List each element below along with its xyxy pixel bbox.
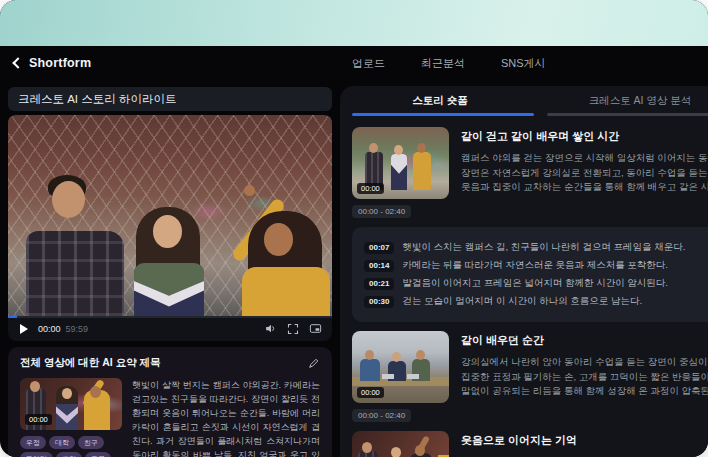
tag-chip: 고민 <box>56 452 82 457</box>
short-title: 같이 걷고 같이 배우며 쌓인 시간 <box>461 129 708 144</box>
nav-recent-analysis[interactable]: 최근분석 <box>421 56 465 71</box>
short-item[interactable]: 00:00 웃음으로 이어지는 기억 장소를 옮겨 자연스럽게 모인 장면에서 … <box>352 431 708 457</box>
video-player: 00:00 59:59 <box>8 115 332 341</box>
player-duration: 59:59 <box>66 324 89 334</box>
tag-list: 우정 대학 친구 동아리 고민 토론 학교 코딩 <box>20 436 122 457</box>
tag-chip: 토론 <box>85 452 111 457</box>
summary-thumbnail[interactable]: 00:00 <box>20 378 122 430</box>
shorts-tabs: 스토리 숏폼 크레스토 AI 영상 분석 <box>340 86 708 116</box>
short-thumbnail-classroom[interactable]: 00:00 <box>352 331 449 403</box>
tag-chip: 동아리 <box>20 452 53 457</box>
short-item[interactable]: 00:00 00:00 - 02:40 같이 배우던 순간 강의실에서 나란히 … <box>352 331 708 422</box>
back-chevron-icon <box>12 57 23 68</box>
shorts-panel: 스토리 숏폼 크레스토 AI 영상 분석 <box>340 86 708 457</box>
header-nav: 업로드 최근분석 SNS게시 <box>352 46 546 80</box>
short-desc-line: 강의실에서 나란히 앉아 동아리 수업을 듣는 장면이 중심이 된다. <box>461 355 708 370</box>
tag-chip: 우정 <box>20 436 46 449</box>
pip-icon[interactable] <box>309 322 322 335</box>
nav-sns-post[interactable]: SNS게시 <box>501 56 546 71</box>
summary-heading: 전체 영상에 대한 AI 요약 제목 <box>20 356 161 370</box>
timeline-timestamp[interactable]: 00:07 <box>364 242 394 254</box>
timeline-timestamp[interactable]: 00:30 <box>364 296 394 308</box>
timeline-text: 걷는 모습이 멀어지며 이 시간이 하나의 흐름으로 남는다. <box>402 295 642 308</box>
screenshot-canvas: Shortform 업로드 최근분석 SNS게시 크레스토 AI 스토리 하이라… <box>0 0 708 457</box>
timeline-text: 발걸음이 이어지고 프레임은 넓어지며 함께한 시간이 암시된다. <box>402 277 667 290</box>
timeline-text: 카메라는 뒤를 따라가며 자연스러운 웃음과 제스처를 포착한다. <box>402 259 667 272</box>
short-desc-line: 장면은 자연스럽게 강의실로 전환되고, 동아리 수업을 듣는 모습이 겹쳐지며… <box>461 166 708 181</box>
clip-range-chip: 00:00 - 02:40 <box>352 409 411 422</box>
short-thumbnail-walk[interactable]: 00:00 <box>352 127 449 199</box>
tab-underline <box>340 113 708 116</box>
video-surface[interactable] <box>8 115 332 316</box>
short-desc-line: 집중한 표정과 필기하는 손, 고개를 끄덕이는 짧은 반응들이 이어지며 이 … <box>461 370 708 385</box>
thumb-time-badge: 00:00 <box>357 387 384 398</box>
short-item[interactable]: 00:00 00:00 - 02:40 같이 걷고 같이 배우며 쌓인 시간 캠… <box>352 127 708 218</box>
play-icon[interactable] <box>20 324 28 334</box>
ai-summary-card: 전체 영상에 대한 AI 요약 제목 <box>8 347 332 457</box>
timeline-row[interactable]: 00:07 햇빛이 스치는 캠퍼스 길, 친구들이 나란히 걸으며 프레임을 채… <box>364 241 708 254</box>
app-title: Shortform <box>29 56 91 70</box>
window-top-gradient <box>0 0 708 46</box>
short-desc-line: 말없이 공유되는 리듬을 통해 함께 성장해 온 과정이 압축된다. <box>461 384 708 399</box>
timeline-text: 햇빛이 스치는 캠퍼스 길, 친구들이 나란히 걸으며 프레임을 채운다. <box>402 241 685 254</box>
back-button[interactable]: Shortform <box>14 56 91 70</box>
volume-icon[interactable] <box>264 322 277 335</box>
timeline-row[interactable]: 00:14 카메라는 뒤를 따라가며 자연스러운 웃음과 제스처를 포착한다. <box>364 259 708 272</box>
nav-upload[interactable]: 업로드 <box>352 56 385 71</box>
short-desc-line: 캠퍼스 야외를 걷는 장면으로 시작해 일상처럼 이어지는 동선 속에서 관계가… <box>461 151 708 166</box>
short-title: 웃음으로 이어지는 기억 <box>461 433 708 448</box>
tab-story-shorts[interactable]: 스토리 숏폼 <box>340 86 540 116</box>
clip-range-chip: 00:00 - 02:40 <box>352 205 411 218</box>
summary-body-text: 햇빛이 살짝 번지는 캠퍼스 야외공간. 카메라는 걷고있는 친구들을 따라간다… <box>132 378 320 457</box>
video-title-field[interactable]: 크레스토 AI 스토리 하이라이트 <box>8 87 332 111</box>
app-header: Shortform 업로드 최근분석 SNS게시 <box>0 46 708 80</box>
timeline-timestamp[interactable]: 00:14 <box>364 260 394 272</box>
player-controls: 00:00 59:59 <box>8 316 332 341</box>
player-progress-bar[interactable] <box>8 316 332 318</box>
edit-pencil-icon[interactable] <box>308 357 320 369</box>
timeline-row[interactable]: 00:21 발걸음이 이어지고 프레임은 넓어지며 함께한 시간이 암시된다. <box>364 277 708 290</box>
tag-chip: 친구 <box>78 436 104 449</box>
short-thumbnail-laugh[interactable]: 00:00 <box>352 431 449 457</box>
timeline-row[interactable]: 00:30 걷는 모습이 멀어지며 이 시간이 하나의 흐름으로 남는다. <box>364 295 708 308</box>
player-current-time: 00:00 <box>38 324 61 334</box>
app-window: Shortform 업로드 최근분석 SNS게시 크레스토 AI 스토리 하이라… <box>0 0 708 457</box>
short-title: 같이 배우던 순간 <box>461 333 708 348</box>
thumb-time-badge: 00:00 <box>357 183 384 194</box>
tab-ai-video-analysis[interactable]: 크레스토 AI 영상 분석 <box>540 86 708 116</box>
fullscreen-icon[interactable] <box>287 323 299 335</box>
timeline-card: 00:07 햇빛이 스치는 캠퍼스 길, 친구들이 나란히 걸으며 프레임을 채… <box>352 227 708 322</box>
shorts-list: 00:00 00:00 - 02:40 같이 걷고 같이 배우며 쌓인 시간 캠… <box>340 116 708 457</box>
summary-thumb-time-badge: 00:00 <box>25 414 52 425</box>
short-desc-line: 웃음과 집중이 교차하는 순간들을 통해 함께 배우고 같은 시간을 공유해왔다… <box>461 180 708 195</box>
tag-chip: 대학 <box>49 436 75 449</box>
timeline-timestamp[interactable]: 00:21 <box>364 278 394 290</box>
